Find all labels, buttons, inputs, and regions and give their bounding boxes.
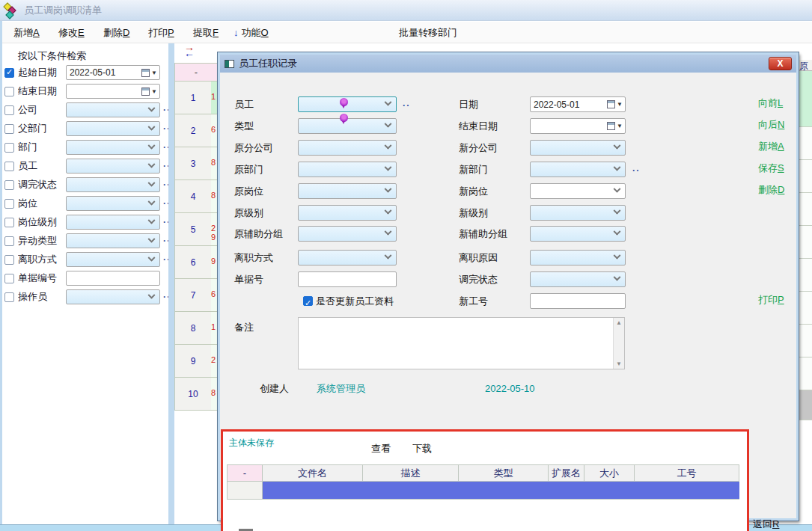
toolbar-打印[interactable]: 打印P: [148, 26, 174, 40]
dialog-field-原级别[interactable]: [298, 205, 397, 221]
checkbox-单据编号[interactable]: [4, 274, 14, 283]
grid-row[interactable]: 529: [175, 213, 217, 246]
lookup-dots-button[interactable]: ..: [632, 163, 641, 174]
dialog-field-调完状态[interactable]: [530, 271, 626, 287]
search-dropdown-岗位[interactable]: [66, 196, 160, 211]
grid-row[interactable]: 76: [175, 279, 217, 312]
dialog-field-新辅助分组[interactable]: [530, 226, 626, 242]
swap-columns-icon[interactable]: →←: [182, 44, 197, 56]
dialog-field-新级别[interactable]: [530, 205, 626, 221]
dialog-field-原分公司[interactable]: [298, 140, 397, 156]
toolbar-功能[interactable]: ↓功能O: [233, 26, 269, 40]
bg-column-cell: [799, 160, 812, 193]
attachment-cell[interactable]: [549, 482, 584, 500]
dialog-field-类型[interactable]: [298, 118, 397, 134]
grid-row[interactable]: 92: [175, 345, 217, 378]
dialog-field-新工号[interactable]: [530, 293, 626, 309]
action-删除[interactable]: 删除D: [758, 183, 784, 197]
attachment-selected-row[interactable]: [227, 482, 739, 500]
search-dropdown-员工[interactable]: [66, 159, 160, 174]
toolbar-批量转移部门[interactable]: 批量转移部门: [399, 26, 457, 40]
checkbox-起始日期[interactable]: [4, 68, 14, 78]
calendar-dropdown-icon: ▼: [617, 123, 623, 129]
checkbox-岗位[interactable]: [4, 199, 14, 209]
dialog-field-离职原因[interactable]: [530, 250, 626, 266]
toolbar-新增[interactable]: 新增A: [13, 26, 40, 40]
search-dropdown-公司[interactable]: [66, 102, 160, 117]
attachment-cell[interactable]: [635, 482, 739, 500]
attachment-cell[interactable]: [363, 482, 459, 500]
search-dropdown-调完状态[interactable]: [66, 177, 160, 192]
action-保存[interactable]: 保存S: [758, 162, 784, 175]
checkbox-父部门[interactable]: [4, 124, 14, 134]
remark-label: 备注: [234, 319, 254, 335]
dialog-field-结束日期[interactable]: ▼: [530, 118, 626, 134]
search-dropdown-父部门[interactable]: [66, 121, 160, 136]
dialog-titlebar[interactable]: 员工任职记录: [220, 55, 796, 73]
dialog-field-离职方式[interactable]: [298, 250, 397, 266]
scroll-up-icon[interactable]: ▲: [614, 319, 624, 326]
action-print[interactable]: 打印P: [758, 293, 784, 307]
dialog-field-新岗位[interactable]: [530, 183, 626, 199]
checkbox-岗位级别[interactable]: [4, 218, 14, 227]
panel-splitter[interactable]: [168, 43, 174, 531]
dialog-field-原岗位[interactable]: [298, 183, 397, 199]
attachment-view-button[interactable]: 查看: [371, 442, 391, 455]
checkbox-部门[interactable]: [4, 143, 14, 153]
grid-cell-clipped: 8: [211, 147, 217, 179]
dialog-label-新级别: 新级别: [459, 205, 488, 221]
checkbox-离职方式[interactable]: [4, 255, 14, 265]
action-label: 向后: [758, 119, 778, 130]
attachment-cell[interactable]: [459, 482, 549, 500]
grid-row[interactable]: 81: [175, 312, 217, 345]
attachment-cell[interactable]: [263, 482, 363, 500]
attachment-cell[interactable]: [227, 482, 263, 500]
search-dropdown-部门[interactable]: [66, 140, 160, 155]
calendar-icon: [607, 100, 615, 108]
search-date-起始日期[interactable]: 2022-05-01▼: [66, 65, 160, 80]
close-icon[interactable]: X: [769, 57, 792, 70]
back-button[interactable]: 返回R: [753, 518, 779, 531]
action-新增[interactable]: 新增A: [758, 140, 784, 153]
search-input-单据编号[interactable]: [66, 271, 160, 286]
toolbar-item-label: 修改: [58, 27, 78, 38]
grid-row[interactable]: 69: [175, 246, 217, 279]
remark-textarea[interactable]: ▲ ▼: [298, 317, 625, 369]
dialog-field-新分公司[interactable]: [530, 140, 626, 156]
grid-row[interactable]: 38: [175, 147, 217, 180]
grid-row-number: 6: [175, 246, 211, 278]
attachment-cell[interactable]: [584, 482, 635, 500]
dialog-field-新部门[interactable]: [530, 162, 626, 177]
dialog-field-单据号[interactable]: [298, 271, 397, 287]
search-dropdown-离职方式[interactable]: [66, 252, 160, 267]
checkbox-调完状态[interactable]: [4, 180, 14, 190]
attachment-download-button[interactable]: 下载: [412, 442, 432, 455]
toolbar-提取[interactable]: 提取F: [193, 26, 219, 40]
remark-scrollbar[interactable]: ▲ ▼: [613, 318, 624, 369]
checkbox-结束日期[interactable]: [4, 87, 14, 96]
search-dropdown-异动类型[interactable]: [66, 233, 160, 248]
grid-row[interactable]: 48: [175, 180, 217, 213]
toolbar-修改[interactable]: 修改E: [58, 26, 85, 40]
toolbar-item-label: 打印: [148, 27, 168, 38]
grid-row[interactable]: 26: [175, 114, 217, 147]
checkbox-公司[interactable]: [4, 105, 14, 115]
bg-column-cell: [799, 325, 812, 357]
checkbox-操作员[interactable]: [4, 292, 14, 302]
search-date-结束日期[interactable]: ▼: [66, 84, 160, 99]
action-向前[interactable]: 向前L: [758, 96, 783, 110]
dialog-field-原辅助分组[interactable]: [298, 226, 397, 242]
checkbox-员工[interactable]: [4, 162, 14, 171]
search-dropdown-岗位级别[interactable]: [66, 215, 160, 230]
search-dropdown-操作员[interactable]: [66, 289, 160, 304]
grid-row[interactable]: 108: [175, 378, 217, 411]
checkbox-update-employee[interactable]: [303, 296, 313, 306]
grid-row[interactable]: 11: [175, 82, 217, 114]
dialog-field-日期[interactable]: 2022-05-01▼: [530, 96, 626, 112]
checkbox-异动类型[interactable]: [4, 236, 14, 246]
toolbar-删除[interactable]: 删除D: [103, 26, 129, 40]
action-向后[interactable]: 向后N: [758, 118, 784, 132]
lookup-dots-button[interactable]: ..: [403, 98, 411, 108]
scroll-down-icon[interactable]: ▼: [614, 360, 624, 367]
dialog-field-原部门[interactable]: [298, 162, 397, 177]
